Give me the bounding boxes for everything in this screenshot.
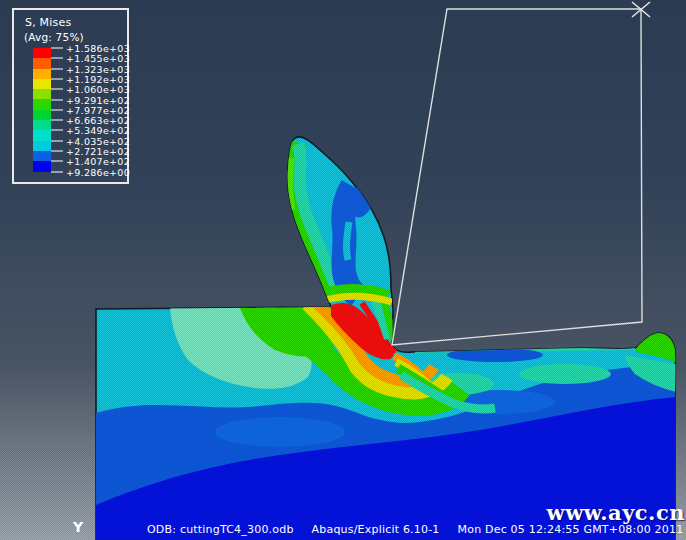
- legend-color-band: [33, 58, 51, 68]
- legend-subtitle: (Avg: 75%): [24, 31, 127, 43]
- legend-color-band: [33, 89, 51, 99]
- legend-tick: [51, 99, 63, 100]
- legend-title: S, Mises: [25, 16, 127, 29]
- legend-color-band: [33, 99, 51, 109]
- legend-color-band: [33, 130, 51, 140]
- status-solver: Abaqus/Explicit 6.10-1: [312, 523, 440, 536]
- legend-swatches: [33, 48, 51, 172]
- legend-tick: [51, 58, 63, 59]
- legend-scale: +1.586e+03+1.455e+03+1.323e+03+1.192e+03…: [33, 48, 127, 174]
- tool-outline: [392, 9, 642, 345]
- legend-value: +9.286e+00: [66, 166, 130, 177]
- legend-tick: [51, 120, 63, 121]
- legend-tick: [51, 109, 63, 110]
- legend-color-band: [33, 151, 51, 161]
- legend-tick: [51, 151, 63, 152]
- legend-color-band: [33, 79, 51, 89]
- legend-tick: [51, 89, 63, 90]
- legend-color-band: [33, 48, 51, 58]
- legend-tick: [51, 78, 63, 79]
- legend-tick: [51, 130, 63, 131]
- status-odb: ODB: cuttingTC4_300.odb: [147, 523, 294, 536]
- abaqus-viewport: S, Mises (Avg: 75%) +1.586e+03+1.455e+03…: [0, 0, 686, 540]
- legend-color-band: [33, 110, 51, 120]
- legend-color-band: [33, 69, 51, 79]
- legend-tick: [51, 161, 63, 162]
- legend-tick: [51, 140, 63, 141]
- stress-contours: [96, 142, 676, 540]
- legend: S, Mises (Avg: 75%) +1.586e+03+1.455e+03…: [12, 8, 129, 184]
- legend-label-row: +9.286e+00: [51, 166, 130, 177]
- legend-color-band: [33, 161, 51, 171]
- legend-tick: [51, 48, 63, 49]
- legend-color-band: [33, 120, 51, 130]
- axis-y-label: Y: [73, 520, 83, 534]
- legend-color-band: [33, 141, 51, 151]
- legend-tick: [51, 68, 63, 69]
- watermark: www.ayc.cn: [547, 502, 685, 523]
- legend-tick: [51, 171, 63, 172]
